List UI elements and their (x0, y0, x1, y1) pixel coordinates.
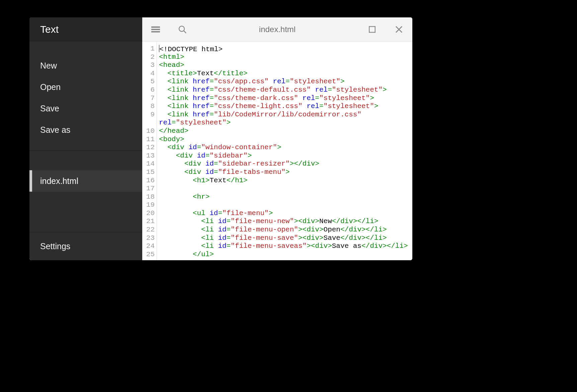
sidebar: Text New Open Save Save as index.html Se… (29, 17, 142, 260)
svg-line-4 (184, 31, 186, 33)
line-gutter: 1234567891011121314151617181920212223242… (142, 41, 157, 260)
file-menu-save[interactable]: Save (29, 98, 142, 119)
main-pane: index.html 12345678910111213141516171819… (142, 17, 412, 260)
svg-rect-1 (151, 29, 160, 30)
code-editor[interactable]: 1234567891011121314151617181920212223242… (142, 41, 412, 260)
maximize-icon[interactable] (359, 17, 386, 41)
code-content[interactable]: <!DOCTYPE html><html><head> <title>Text<… (157, 41, 412, 260)
file-menu: New Open Save Save as (29, 41, 142, 151)
close-icon[interactable] (386, 17, 412, 41)
app-window: Text New Open Save Save as index.html Se… (29, 17, 412, 260)
file-tab-active[interactable]: index.html (29, 170, 142, 192)
svg-rect-5 (369, 26, 375, 32)
file-menu-save-as[interactable]: Save as (29, 119, 142, 140)
file-tabs: index.html (29, 151, 142, 232)
svg-point-3 (179, 26, 184, 31)
file-menu-open[interactable]: Open (29, 76, 142, 98)
toolbar: index.html (142, 17, 412, 41)
svg-rect-0 (151, 26, 160, 28)
app-title: Text (29, 17, 142, 41)
search-icon[interactable] (169, 17, 196, 41)
svg-rect-2 (151, 31, 160, 32)
menu-icon[interactable] (142, 17, 169, 41)
settings-button[interactable]: Settings (29, 232, 142, 260)
file-menu-new[interactable]: New (29, 55, 142, 76)
